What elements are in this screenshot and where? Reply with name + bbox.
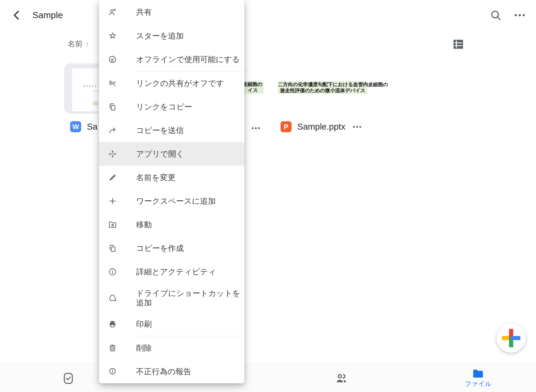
doc-micro-text: スライド 1	[83, 85, 96, 88]
file-row-docx[interactable]: W Sa	[70, 120, 97, 134]
sort-ascending-arrow-icon: ↑	[85, 40, 89, 48]
create-new-fab[interactable]	[496, 323, 526, 353]
make-copy-icon	[108, 244, 117, 253]
pptx-more-button[interactable]	[353, 126, 361, 128]
menu-item-send-copy[interactable]: コピーを送信	[99, 119, 244, 142]
middle-file-more-button[interactable]	[252, 127, 260, 129]
rename-pencil-icon	[108, 173, 117, 182]
menu-item-add-star[interactable]: スターを追加	[99, 24, 244, 48]
menu-item-report-abuse[interactable]: 不正行為の報告	[99, 360, 244, 383]
person-add-icon	[108, 8, 117, 16]
menu-item-details-activity[interactable]: 詳細とアクティビティ	[99, 260, 244, 284]
menu-item-share[interactable]: 共有	[99, 0, 244, 24]
search-button[interactable]	[488, 8, 503, 23]
list-view-icon	[452, 39, 464, 50]
pdf-thumbnail-fragment[interactable]: 皮細胞の イス	[242, 81, 264, 94]
copy-link-icon	[108, 102, 117, 111]
page-title: Sample	[32, 10, 63, 20]
search-icon	[489, 9, 502, 21]
list-controls-row: 名前 ↑	[0, 37, 536, 52]
offline-pin-icon	[108, 55, 117, 64]
fragment-title-line-2: イス	[242, 87, 264, 93]
word-file-badge: W	[70, 121, 81, 132]
drive-shortcut-icon	[108, 294, 117, 302]
shared-people-icon	[335, 372, 348, 385]
report-icon	[108, 367, 117, 376]
file-grid-thumbnails: スライド 1 皮細胞の イス 二方向の化学濃度勾配下における血管内皮細胞の 遊走…	[0, 62, 536, 117]
file-row-pptx[interactable]: P Sample.pptx	[281, 120, 361, 134]
file-context-menu: 共有 スターを追加 オフラインで使用可能にする	[99, 0, 244, 383]
trash-icon	[108, 344, 117, 352]
folder-move-icon	[108, 220, 117, 229]
three-dot-menu-icon	[513, 8, 527, 22]
open-with-icon	[108, 150, 117, 158]
menu-item-add-shortcut-to-drive[interactable]: ドライブにショートカットを追加	[99, 284, 244, 312]
nav-files-label: ファイル	[465, 379, 492, 388]
fragment-title-line-1: 皮細胞の	[242, 81, 264, 87]
pptx-thumbnail-title[interactable]: 二方向の化学濃度勾配下における血管内皮細胞の 遊走性評価のための微小流体デバイス	[278, 81, 367, 94]
back-button[interactable]	[10, 8, 24, 22]
menu-item-move[interactable]: 移動	[99, 213, 244, 236]
pptx-title-line-2: 遊走性評価のための微小流体デバイス	[278, 87, 367, 93]
chevron-left-icon	[11, 9, 23, 21]
nav-item-shared[interactable]	[315, 364, 367, 392]
star-icon	[108, 31, 117, 40]
menu-item-delete[interactable]: 削除	[99, 336, 244, 360]
drive-app-screen: Sample 名前 ↑	[0, 0, 536, 392]
menu-item-rename[interactable]: 名前を変更	[99, 166, 244, 189]
nav-item-files[interactable]: ファイル	[452, 364, 504, 392]
menu-item-open-in-app[interactable]: アプリで開く	[99, 142, 244, 166]
bottom-navigation-bar: ファイル	[0, 364, 536, 392]
nav-item-selected-items[interactable]	[42, 364, 94, 392]
google-plus-icon	[502, 329, 520, 347]
pptx-file-name: Sample.pptx	[297, 122, 345, 132]
menu-item-copy-link[interactable]: リンクをコピー	[99, 95, 244, 119]
files-folder-icon	[472, 368, 484, 379]
doc-mini-green-block	[93, 101, 98, 105]
print-icon	[108, 320, 117, 329]
send-copy-icon	[108, 126, 117, 135]
link-off-icon	[108, 79, 117, 88]
menu-item-available-offline[interactable]: オフラインで使用可能にする	[99, 48, 244, 71]
menu-item-link-sharing-off[interactable]: リンクの共有がオフです	[99, 71, 244, 95]
sort-by-name-control[interactable]: 名前 ↑	[68, 39, 89, 49]
selection-checkbox-icon	[63, 372, 74, 385]
powerpoint-file-badge: P	[281, 121, 292, 132]
sort-label: 名前	[68, 39, 83, 49]
pptx-title-line-1: 二方向の化学濃度勾配下における血管内皮細胞の	[278, 81, 367, 87]
menu-item-print[interactable]: 印刷	[99, 312, 244, 336]
plus-icon	[108, 197, 117, 206]
overflow-menu-button[interactable]	[512, 8, 527, 23]
docx-file-name: Sa	[87, 122, 97, 132]
list-view-toggle-button[interactable]	[451, 37, 466, 52]
info-icon	[108, 267, 117, 276]
menu-item-make-copy[interactable]: コピーを作成	[99, 236, 244, 260]
top-app-bar: Sample	[0, 0, 536, 31]
doc-micro-line	[92, 91, 99, 92]
menu-item-add-to-workspace[interactable]: ワークスペースに追加	[99, 189, 244, 213]
